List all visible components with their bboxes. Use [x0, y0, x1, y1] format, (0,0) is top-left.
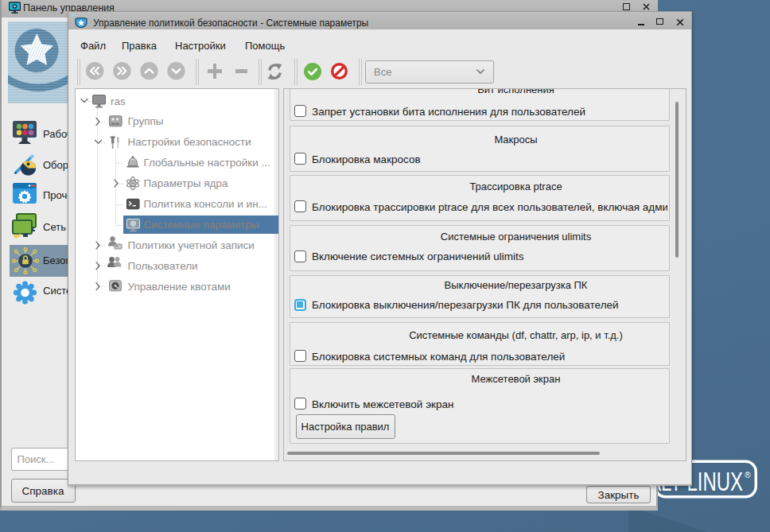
- svg-text:®: ®: [745, 470, 751, 480]
